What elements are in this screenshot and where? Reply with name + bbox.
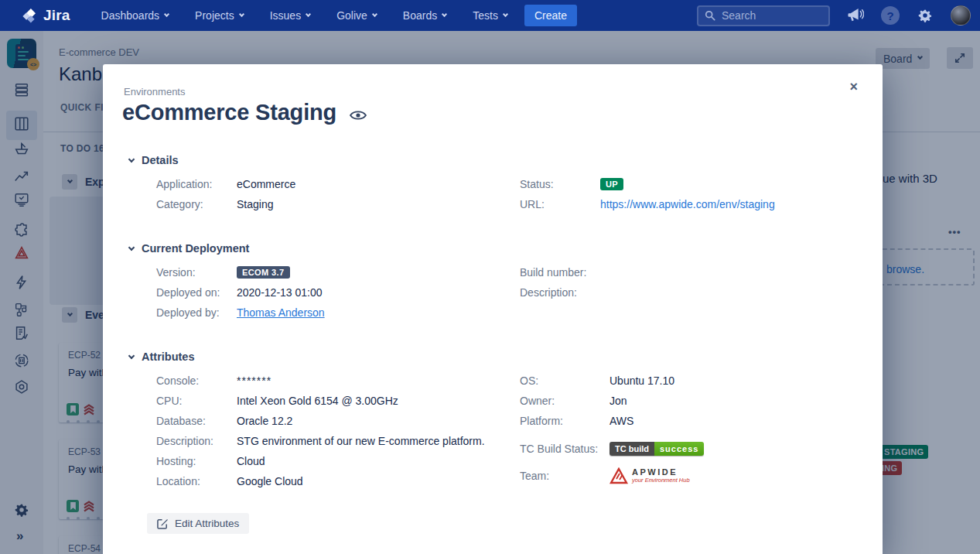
apwide-team-logo: APWIDE your Environment Hub [610, 467, 690, 484]
field-label: Status: [520, 178, 600, 190]
user-avatar[interactable] [951, 5, 971, 26]
nav-item-boards[interactable]: Boards [403, 9, 446, 22]
section-details-toggle[interactable]: Details [129, 154, 883, 166]
console-value: ******* [237, 374, 271, 387]
application-value: eCommerce [237, 178, 295, 190]
field-label: Category: [156, 198, 237, 210]
help-icon[interactable]: ? [881, 6, 900, 25]
brand-name: Jira [43, 7, 70, 24]
section-attributes: Attributes Console:******* CPU:Intel Xeo… [103, 351, 883, 534]
field-label: Application: [156, 178, 237, 190]
nav-item-dashboards[interactable]: Dashboards [101, 9, 169, 22]
nav-item-projects[interactable]: Projects [195, 9, 244, 22]
create-button[interactable]: Create [524, 5, 577, 26]
jira-app: Jira Dashboards Projects Issues Golive B… [0, 0, 980, 554]
search-input[interactable] [722, 9, 814, 22]
megaphone-icon[interactable] [847, 8, 864, 23]
chevron-down-icon [128, 245, 135, 251]
section-current-deployment: Current Deployment Version:ECOM 3.7 Depl… [103, 242, 883, 327]
field-label: URL: [520, 198, 600, 210]
section-attributes-toggle[interactable]: Attributes [129, 351, 883, 363]
field-label: Deployed on: [156, 286, 237, 299]
field-label: Description: [520, 286, 610, 299]
global-search[interactable] [697, 5, 830, 26]
environment-url-link[interactable]: https://www.apwide.com/env/staging [600, 198, 775, 210]
field-label: Database: [156, 415, 237, 427]
section-details: Details Application:eCommerce Category:S… [103, 154, 883, 218]
tc-build-status-badge: TC build success [610, 442, 704, 456]
field-label: Hosting: [156, 455, 237, 467]
cpu-value: Intel Xeon Gold 6154 @ 3.00GHz [237, 395, 398, 407]
search-icon [705, 10, 715, 21]
apwide-triangle-icon [610, 467, 628, 484]
field-label: Team: [520, 470, 610, 482]
chevron-down-icon [239, 11, 244, 16]
edit-attributes-button[interactable]: Edit Attributes [147, 513, 249, 534]
field-label: Description: [156, 435, 237, 447]
chevron-down-icon [372, 11, 377, 16]
environment-modal: × Environments eCommerce Staging Details… [103, 64, 883, 554]
description-value: STG environment of our new E-commerce pl… [237, 435, 485, 447]
chevron-down-icon [164, 11, 169, 16]
owner-value: Jon [610, 395, 627, 407]
edit-pencil-icon [157, 518, 169, 529]
field-label: TC Build Status: [520, 443, 610, 455]
field-label: Version: [156, 266, 237, 279]
nav-menu: Dashboards Projects Issues Golive Boards… [101, 9, 507, 22]
nav-item-issues[interactable]: Issues [270, 9, 310, 22]
chevron-down-icon [128, 353, 135, 359]
close-icon[interactable]: × [849, 80, 858, 94]
status-badge: UP [600, 178, 623, 190]
category-value: Staging [237, 198, 273, 210]
field-label: Build number: [520, 266, 610, 279]
chevron-down-icon [128, 156, 135, 162]
nav-item-golive[interactable]: Golive [336, 9, 377, 22]
field-label: Location: [156, 475, 237, 487]
nav-right: ? [697, 5, 971, 26]
chevron-down-icon [306, 11, 311, 16]
field-label: OS: [520, 374, 610, 387]
deployed-by-link[interactable]: Thomas Anderson [237, 306, 325, 319]
jira-mark-icon [20, 7, 38, 25]
location-value: Google Cloud [237, 475, 303, 487]
field-label: Owner: [520, 395, 610, 407]
database-value: Oracle 12.2 [237, 415, 292, 427]
field-label: Console: [156, 374, 237, 387]
section-deployment-toggle[interactable]: Current Deployment [129, 242, 883, 255]
chevron-down-icon [442, 11, 447, 16]
field-label: Platform: [520, 415, 610, 427]
field-label: CPU: [156, 395, 237, 407]
hosting-value: Cloud [237, 455, 265, 467]
modal-eyebrow: Environments [124, 86, 883, 97]
top-nav: Jira Dashboards Projects Issues Golive B… [0, 0, 980, 31]
os-value: Ubuntu 17.10 [610, 374, 674, 387]
version-badge[interactable]: ECOM 3.7 [237, 266, 290, 279]
chevron-down-icon [503, 11, 508, 16]
platform-value: AWS [610, 415, 633, 427]
watch-eye-icon[interactable] [350, 110, 367, 121]
field-label: Deployed by: [156, 306, 237, 319]
nav-item-tests[interactable]: Tests [473, 9, 507, 22]
gear-icon[interactable] [917, 7, 934, 24]
jira-logo[interactable]: Jira [20, 7, 70, 25]
environment-title: eCommerce Staging [122, 100, 336, 125]
deployed-on-value: 2020-12-13 01:00 [237, 286, 323, 299]
